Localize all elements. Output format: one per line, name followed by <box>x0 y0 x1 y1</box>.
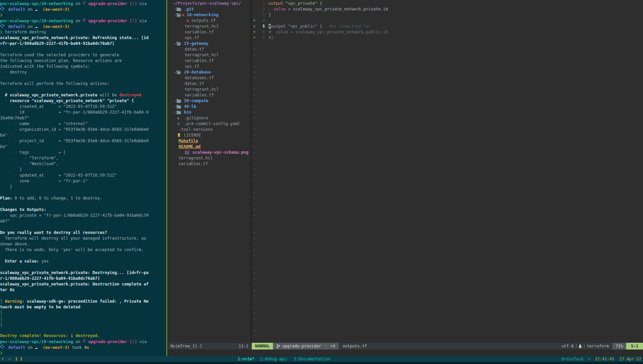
tmux-window-tab[interactable]: 3:Documentation <box>294 356 330 362</box>
editor-filler-line[interactable]: ~ <box>252 247 643 253</box>
editor-filler-line[interactable]: ~ <box>252 75 643 81</box>
tree-item[interactable]: databases.tf <box>168 75 251 81</box>
tree-item[interactable]: vpc.tf <box>168 64 251 69</box>
editor-filler-line[interactable]: ~ <box>252 144 643 150</box>
editor-filler-line[interactable]: ~ <box>252 52 643 58</box>
editor-line[interactable]: +7#} <box>252 35 643 41</box>
tree-item[interactable]: ›15-gateway <box>168 41 251 47</box>
editor-filler-line[interactable]: ~ <box>252 92 643 98</box>
editor-filler-line[interactable]: ~ <box>252 64 643 69</box>
editor-filler-line[interactable]: ~ <box>252 121 643 127</box>
tree-item[interactable]: ›40-lb <box>168 104 251 110</box>
editor-filler-line[interactable]: ~ <box>252 167 643 173</box>
editor-filler-line[interactable]: ~ <box>252 299 643 304</box>
tree-item[interactable]: variables.tf <box>168 58 251 64</box>
editor-window[interactable]: 1output "vpc_private" {2 value = scalewa… <box>252 0 643 343</box>
editor-filler-line[interactable]: ~ <box>252 138 643 144</box>
editor-filler-line[interactable]: ~ <box>252 98 643 104</box>
editor-filler-line[interactable]: ~ <box>252 310 643 316</box>
editor-filler-line[interactable]: ~ <box>252 213 643 218</box>
editor-line[interactable]: 3} <box>252 12 643 18</box>
tree-item[interactable]: ›.git <box>168 6 251 12</box>
tree-item[interactable]: ›bin <box>168 110 251 115</box>
editor-line[interactable]: 2 value = scaleway_vpc_private_network.p… <box>252 6 643 12</box>
editor-filler-line[interactable]: ~ <box>252 87 643 92</box>
editor-filler-line[interactable]: ~ <box>252 195 643 201</box>
tree-item[interactable]: .tool-versions <box>168 127 251 132</box>
tree-item[interactable]: LICENSE <box>168 132 251 138</box>
editor-filler-line[interactable]: ~ <box>252 127 643 132</box>
editor-filler-line[interactable]: ~ <box>252 207 643 213</box>
tmux-window-tab[interactable]: 1:nvim* <box>238 356 255 362</box>
empty-line-tilde: ~ <box>252 167 257 173</box>
tree-item[interactable]: ⚙.pre-commit-config.yaml <box>168 121 251 127</box>
tree-item[interactable]: scaleway-vpc-schema.png <box>168 150 251 155</box>
tree-item[interactable]: ›10-networking <box>168 12 251 18</box>
tree-item[interactable]: terragrunt.hcl <box>168 87 251 92</box>
editor-filler-line[interactable]: ~ <box>252 58 643 64</box>
editor-filler-line[interactable]: ~ <box>252 201 643 207</box>
editor-filler-line[interactable]: ~ <box>252 110 643 115</box>
tree-item[interactable]: terragrunt.hcl <box>168 24 251 29</box>
editor-filler-line[interactable]: ~ <box>252 81 643 87</box>
tree-item[interactable]: variables.tf <box>168 29 251 35</box>
editor-filler-line[interactable]: ~ <box>252 104 643 110</box>
tree-item[interactable]: terragrunt.hcl <box>168 155 251 161</box>
editor-filler-line[interactable]: ~ <box>252 69 643 75</box>
tmux-pane-border[interactable] <box>165 0 168 356</box>
editor-filler-line[interactable]: ~ <box>252 178 643 184</box>
tree-item[interactable]: ◆.gitignore <box>168 115 251 121</box>
editor-filler-line[interactable]: ~ <box>252 236 643 241</box>
editor-filler-line[interactable]: ~ <box>252 276 643 281</box>
editor-filler-line[interactable]: ~ <box>252 47 643 52</box>
tree-item[interactable]: README.md <box>168 144 251 150</box>
tree-item[interactable]: terragrunt.hcl <box>168 52 251 58</box>
editor-filler-line[interactable]: ~ <box>252 322 643 327</box>
tree-item[interactable]: ›20-database <box>168 69 251 75</box>
editor-filler-line[interactable]: ~ <box>252 218 643 224</box>
editor-filler-line[interactable]: ~ <box>252 115 643 121</box>
tree-item[interactable]: datas.tf <box>168 81 251 87</box>
editor-filler-line[interactable]: ~ <box>252 241 643 247</box>
nvimtree-explorer[interactable]: ~/Projects/poc-scaleway-vpc/›.git›10-net… <box>168 0 251 343</box>
editor-filler-line[interactable]: ~ <box>252 224 643 230</box>
nvim-pane[interactable]: ~/Projects/poc-scaleway-vpc/›.git›10-net… <box>168 0 643 356</box>
tree-item[interactable]: ~/Projects/poc-scaleway-vpc/ <box>168 1 251 6</box>
editor-filler-line[interactable]: ~ <box>252 190 643 195</box>
editor-filler-line[interactable]: ~ <box>252 270 643 276</box>
editor-filler-line[interactable]: ~ <box>252 259 643 264</box>
editor-line[interactable]: +6# value = scaleway_vpc_private_network… <box>252 29 643 35</box>
editor-filler-line[interactable]: ~ <box>252 161 643 167</box>
tree-item[interactable]: datas.tf <box>168 47 251 52</box>
editor-filler-line[interactable]: ~ <box>252 316 643 322</box>
tree-item[interactable]: variables.tf <box>168 161 251 167</box>
editor-filler-line[interactable]: ~ <box>252 281 643 287</box>
editor-filler-line[interactable]: ~ <box>252 155 643 161</box>
editor-filler-line[interactable]: ~ <box>252 293 643 299</box>
tmux-session: poc-scaleway-vpc/10-networking on upgrad… <box>0 0 643 364</box>
editor-filler-line[interactable]: ~ <box>252 327 643 333</box>
editor-filler-line[interactable]: ~ <box>252 304 643 310</box>
tree-item[interactable]: vpc.tf <box>168 35 251 41</box>
terminal-pane[interactable]: poc-scaleway-vpc/10-networking on upgrad… <box>0 0 165 356</box>
editor-filler-line[interactable]: ~ <box>252 253 643 259</box>
editor-filler-line[interactable]: ~ <box>252 150 643 155</box>
tree-item[interactable]: ›30-compute <box>168 98 251 104</box>
editor-filler-line[interactable]: ~ <box>252 333 643 339</box>
tmux-window-tab[interactable]: 2:debug-api- <box>260 356 289 362</box>
editor-filler-line[interactable]: ~ <box>252 230 643 236</box>
editor-filler-line[interactable]: ~ <box>252 264 643 270</box>
tree-item[interactable]: Makefile <box>168 138 251 144</box>
tree-item[interactable]: outputs.tf <box>168 18 251 24</box>
editor-filler-line[interactable]: ~ <box>252 41 643 47</box>
editor-line[interactable]: +5#output "vpc_public" { Not Committed Y… <box>252 24 643 29</box>
editor-line[interactable]: +4 <box>252 18 643 24</box>
editor-filler-line[interactable]: ~ <box>252 173 643 178</box>
tmux-session-name[interactable]: 0 <box>1 357 4 361</box>
editor-line[interactable]: 1output "vpc_private" { <box>252 1 643 6</box>
editor-filler-line[interactable]: ~ <box>252 184 643 190</box>
tree-item[interactable]: variables.tf <box>168 92 251 98</box>
editor-filler-line[interactable]: ~ <box>252 132 643 138</box>
editor-filler-line[interactable]: ~ <box>252 287 643 293</box>
nvim-command-line[interactable] <box>168 350 643 356</box>
